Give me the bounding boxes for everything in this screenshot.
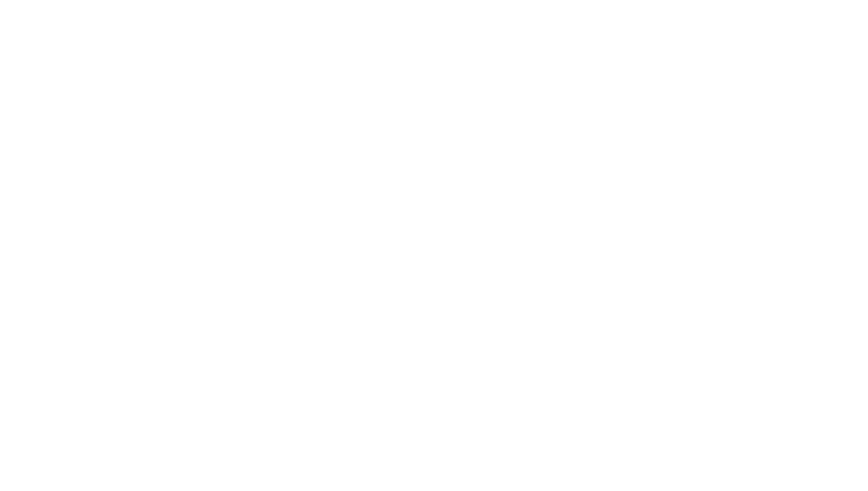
flow-diagram: [0, 0, 868, 491]
